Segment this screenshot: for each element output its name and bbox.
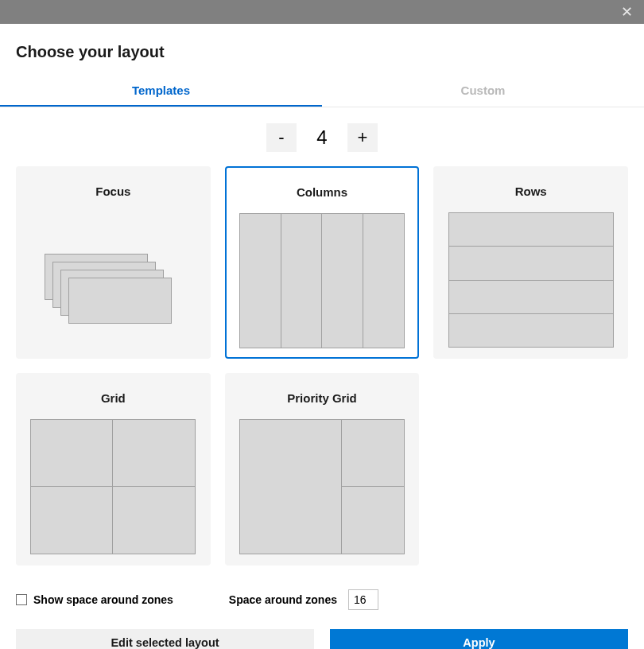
layout-card-grid[interactable]: Grid xyxy=(16,373,211,565)
layout-card-priority-grid[interactable]: Priority Grid xyxy=(225,373,420,565)
zone-count-stepper: - 4 + xyxy=(0,123,644,152)
layout-title: Columns xyxy=(297,185,347,199)
apply-button[interactable]: Apply xyxy=(330,629,628,649)
columns-preview-icon xyxy=(239,213,405,348)
layout-title: Rows xyxy=(515,185,547,198)
show-space-checkbox-group: Show space around zones xyxy=(16,593,173,606)
layout-card-columns[interactable]: Columns xyxy=(225,166,420,359)
layout-card-focus[interactable]: Focus xyxy=(16,166,211,359)
tab-templates[interactable]: Templates xyxy=(0,76,322,107)
layout-title: Priority Grid xyxy=(287,391,357,405)
focus-preview-icon xyxy=(30,212,196,348)
space-around-input[interactable] xyxy=(348,589,378,610)
layout-templates-grid: Focus Columns Rows xyxy=(16,166,628,565)
close-icon: ✕ xyxy=(621,4,633,20)
layout-title: Focus xyxy=(95,185,130,198)
layout-title: Grid xyxy=(101,391,126,405)
priority-grid-preview-icon xyxy=(239,419,405,554)
rows-preview-icon xyxy=(448,212,614,348)
controls-row: Show space around zones Space around zon… xyxy=(0,565,644,618)
zone-count-value: 4 xyxy=(305,126,339,149)
space-around-group: Space around zones xyxy=(229,589,378,610)
space-around-label: Space around zones xyxy=(229,593,337,606)
layout-card-rows[interactable]: Rows xyxy=(433,166,628,359)
grid-preview-icon xyxy=(30,419,196,554)
edit-layout-button[interactable]: Edit selected layout xyxy=(16,629,314,649)
dialog-title: Choose your layout xyxy=(0,24,644,76)
close-button[interactable]: ✕ xyxy=(616,2,638,22)
title-bar: ✕ xyxy=(0,0,644,24)
increment-button[interactable]: + xyxy=(347,123,378,152)
show-space-checkbox[interactable] xyxy=(16,594,27,605)
show-space-label: Show space around zones xyxy=(33,593,173,606)
decrement-button[interactable]: - xyxy=(266,123,297,152)
tab-custom[interactable]: Custom xyxy=(322,76,644,107)
tabs: Templates Custom xyxy=(0,76,644,107)
action-buttons: Edit selected layout Apply xyxy=(0,618,644,649)
